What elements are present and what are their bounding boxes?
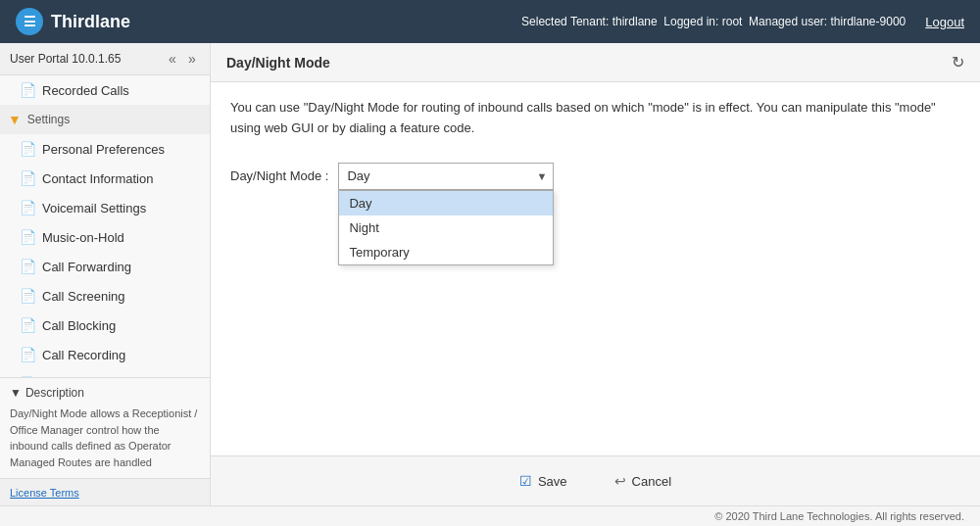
call-blocking-icon: 📄 xyxy=(20,317,36,333)
sidebar-item-label: Call Blocking xyxy=(42,318,116,333)
refresh-icon[interactable]: ↻ xyxy=(952,53,964,72)
main-layout: User Portal 10.0.1.65 « » 📄 Recorded Cal… xyxy=(0,43,980,505)
app-name: Thirdlane xyxy=(51,12,130,32)
collapse-icon[interactable]: « xyxy=(165,51,180,67)
menu-icon[interactable]: ☰ xyxy=(16,8,43,35)
mode-label: Day/Night Mode : xyxy=(230,163,328,183)
call-forwarding-icon: 📄 xyxy=(20,259,36,274)
sidebar-footer: License Terms xyxy=(0,478,210,505)
content-footer: ☑ Save ↩ Cancel xyxy=(211,455,980,505)
selected-value: Day xyxy=(347,168,369,183)
mode-select[interactable]: Day ▼ xyxy=(338,163,554,190)
sidebar-item-call-recording[interactable]: 📄 Call Recording xyxy=(0,340,210,369)
logout-button[interactable]: Logout xyxy=(925,15,964,29)
app-logo: ☰ Thirdlane xyxy=(16,8,130,35)
sidebar-item-label: Music-on-Hold xyxy=(42,230,124,245)
sidebar-item-label: Contact Information xyxy=(42,171,153,186)
sidebar-item-label: Call Forwarding xyxy=(42,260,131,274)
save-button[interactable]: ☑ Save xyxy=(506,468,581,494)
sidebar-header: User Portal 10.0.1.65 « » xyxy=(0,43,210,75)
mode-dropdown: Day Night Temporary xyxy=(338,190,554,265)
settings-folder-icon: ▼ xyxy=(8,112,22,127)
copyright-text: © 2020 Third Lane Technologies. All righ… xyxy=(714,510,964,522)
sidebar-controls: « » xyxy=(165,51,200,67)
page-description: You can use "Day/Night Mode for routing … xyxy=(230,98,960,139)
sidebar-item-label: Call Recording xyxy=(42,348,125,362)
music-icon: 📄 xyxy=(20,229,36,245)
expand-icon[interactable]: » xyxy=(184,51,200,67)
sidebar-item-music-on-hold[interactable]: 📄 Music-on-Hold xyxy=(0,222,210,252)
cancel-icon: ↩ xyxy=(614,473,626,489)
sidebar-description: ▼ Description Day/Night Mode allows a Re… xyxy=(0,377,210,478)
page-title: Day/Night Mode xyxy=(226,55,330,71)
content-header: Day/Night Mode ↻ xyxy=(211,43,980,82)
save-icon: ☑ xyxy=(519,473,532,489)
description-text: Day/Night Mode allows a Receptionist / O… xyxy=(10,406,200,470)
call-screening-icon: 📄 xyxy=(20,288,36,304)
sidebar-item-call-blocking[interactable]: 📄 Call Blocking xyxy=(0,311,210,340)
voicemail-icon: 📄 xyxy=(20,200,36,215)
sidebar-item-label: Voicemail Settings xyxy=(42,201,146,215)
content-body: You can use "Day/Night Mode for routing … xyxy=(211,82,980,455)
option-temporary[interactable]: Temporary xyxy=(339,240,553,264)
description-label: Description xyxy=(25,386,84,400)
license-terms-link[interactable]: License Terms xyxy=(10,487,79,499)
call-recording-icon: 📄 xyxy=(20,347,36,362)
sidebar-item-settings[interactable]: ▼ Settings xyxy=(0,105,210,134)
personal-pref-icon: 📄 xyxy=(20,141,36,157)
sidebar-item-contact-information[interactable]: 📄 Contact Information xyxy=(0,164,210,193)
sidebar-item-personal-preferences[interactable]: 📄 Personal Preferences xyxy=(0,134,210,164)
sidebar: User Portal 10.0.1.65 « » 📄 Recorded Cal… xyxy=(0,43,211,505)
cancel-label: Cancel xyxy=(632,474,671,489)
contact-info-icon: 📄 xyxy=(20,170,36,186)
cancel-button[interactable]: ↩ Cancel xyxy=(601,468,685,494)
sidebar-item-label: Call Screening xyxy=(42,289,125,304)
day-night-mode-form-row: Day/Night Mode : Day ▼ Day Night Tempora… xyxy=(230,163,960,190)
sidebar-item-call-screening[interactable]: 📄 Call Screening xyxy=(0,281,210,311)
option-night[interactable]: Night xyxy=(339,215,553,240)
content-area: Day/Night Mode ↻ You can use "Day/Night … xyxy=(211,43,980,505)
header-info: Selected Tenant: thirdlane Logged in: ro… xyxy=(521,15,906,28)
sidebar-item-label: Settings xyxy=(27,113,70,126)
recorded-calls-icon: 📄 xyxy=(20,82,36,98)
save-label: Save xyxy=(538,474,567,489)
portal-label: User Portal 10.0.1.65 xyxy=(10,52,121,66)
sidebar-item-label: Personal Preferences xyxy=(42,142,165,157)
sidebar-item-fax-settings[interactable]: 📄 Fax Settings xyxy=(0,369,210,377)
select-arrow-icon: ▼ xyxy=(537,170,548,182)
sidebar-item-label: Recorded Calls xyxy=(42,83,129,98)
global-footer: © 2020 Third Lane Technologies. All righ… xyxy=(0,505,980,526)
mode-select-wrapper: Day ▼ Day Night Temporary xyxy=(338,163,554,190)
sidebar-item-voicemail-settings[interactable]: 📄 Voicemail Settings xyxy=(0,193,210,222)
description-chevron-icon: ▼ xyxy=(10,386,22,400)
sidebar-nav: 📄 Recorded Calls ▼ Settings 📄 Personal P… xyxy=(0,75,210,377)
option-day[interactable]: Day xyxy=(339,191,553,215)
app-header: ☰ Thirdlane Selected Tenant: thirdlane L… xyxy=(0,0,980,43)
description-toggle[interactable]: ▼ Description xyxy=(10,386,200,400)
sidebar-item-call-forwarding[interactable]: 📄 Call Forwarding xyxy=(0,252,210,281)
sidebar-item-recorded-calls[interactable]: 📄 Recorded Calls xyxy=(0,75,210,105)
